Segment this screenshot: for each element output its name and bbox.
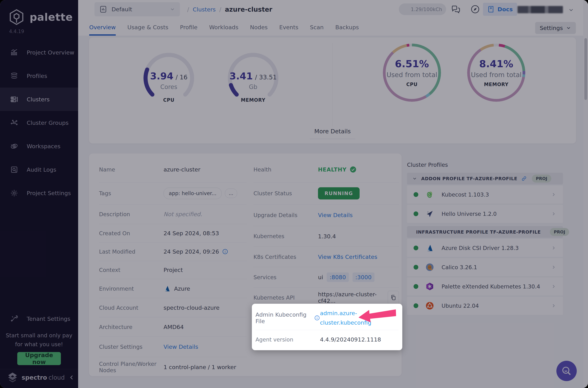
admin-kubeconfig-label: Admin Kubeconfig File <box>255 311 320 324</box>
spotlight-divider <box>255 330 399 330</box>
agent-version-label: Agent version <box>255 337 320 343</box>
info-icon[interactable] <box>314 315 320 321</box>
agent-version-value: 4.4.9/20240912.1118 <box>320 336 381 343</box>
detail-row-agent-version: Agent version 4.4.9/20240912.1118 <box>255 331 399 348</box>
palette-app: palette 4.4.19 Project Overview <box>0 0 588 388</box>
